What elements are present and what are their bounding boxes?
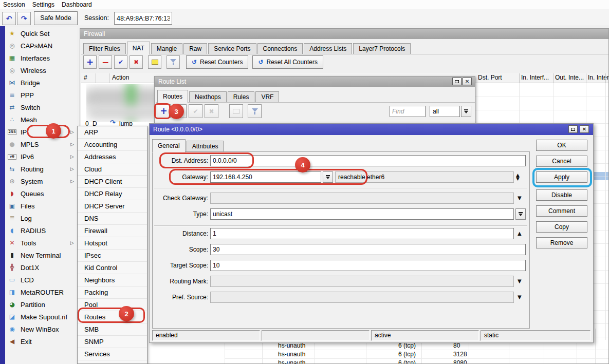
distance-input[interactable]	[210, 228, 514, 239]
sidebar-item-make-supout-rif[interactable]: ◪Make Supout.rif	[5, 311, 77, 323]
ip-submenu-item-hotspot[interactable]: Hotspot	[78, 237, 147, 250]
dst-address-input[interactable]	[210, 155, 526, 166]
sidebar-item-partition[interactable]: ◕Partition	[5, 298, 77, 311]
ip-submenu-item-dhcp-client[interactable]: DHCP Client	[78, 176, 147, 188]
sidebar-item-queues[interactable]: ◗Queues	[5, 187, 77, 200]
routing-mark-select[interactable]	[210, 276, 514, 287]
filter-scope-select[interactable]: all	[430, 106, 460, 117]
sidebar-item-radius[interactable]: ◖RADIUS	[5, 224, 77, 237]
sidebar-item-mesh[interactable]: ∴Mesh	[5, 113, 77, 126]
gateway-input[interactable]	[210, 171, 321, 183]
close-icon[interactable]: ✕	[580, 125, 589, 133]
sidebar-item-mpls[interactable]: ●MPLS▷	[5, 138, 77, 150]
ip-submenu-item-dhcp-server[interactable]: DHCP Server	[78, 200, 147, 213]
ip-submenu-item-accounting[interactable]: Accounting	[78, 139, 147, 151]
filter-button[interactable]	[167, 55, 180, 69]
ip-submenu-item-pool[interactable]: Pool	[78, 299, 147, 311]
disable-button[interactable]: Disable	[536, 189, 587, 201]
firewall-tab-service-ports[interactable]: Service Ports	[208, 43, 256, 54]
route-dialog-title[interactable]: Route <0.0.0.0/0>	[150, 124, 593, 135]
sidebar-item-switch[interactable]: ⇄Switch	[5, 101, 77, 113]
route-list-tab-rules[interactable]: Rules	[228, 91, 255, 103]
undo-button[interactable]: ↶	[2, 12, 16, 25]
comment-button[interactable]: Comment	[536, 205, 587, 217]
column-header-in-interf[interactable]: In. Interf...	[521, 73, 549, 83]
sidebar-item-new-winbox[interactable]: ◉New WinBox	[5, 323, 77, 335]
check-gateway-select[interactable]	[210, 193, 514, 204]
column-header-dst-port[interactable]: Dst. Port	[478, 73, 502, 83]
enable-rule-button[interactable]: ✔	[114, 55, 127, 69]
menu-settings[interactable]: Settings	[32, 0, 55, 9]
ok-button[interactable]: OK	[536, 140, 587, 151]
ip-submenu-item-routes[interactable]: Routes	[78, 311, 147, 323]
sidebar-item-lcd[interactable]: ▭LCD	[5, 274, 77, 286]
close-icon[interactable]: ✕	[463, 78, 472, 85]
reset-counters-button[interactable]: ↺Reset Counters	[186, 55, 248, 69]
pref-source-select[interactable]	[210, 292, 514, 303]
route-list-tab-vrf[interactable]: VRF	[255, 91, 279, 103]
ip-submenu-item-smb[interactable]: SMB	[78, 323, 147, 336]
column-header-number[interactable]: #	[84, 73, 87, 83]
sidebar-item-new-terminal[interactable]: ▮New Terminal	[5, 249, 77, 261]
sidebar-item-bridge[interactable]: ⋈Bridge	[5, 76, 77, 89]
type-dropdown-button[interactable]	[515, 208, 526, 220]
column-header-action[interactable]: Action	[112, 73, 129, 83]
sidebar-item-interfaces[interactable]: ▦Interfaces	[5, 52, 77, 64]
route-list-window-title[interactable]: Route List	[155, 76, 475, 87]
route-dialog-tab-general[interactable]: General	[152, 139, 186, 152]
firewall-window-title[interactable]: Firewall	[80, 29, 608, 39]
menu-dashboard[interactable]: Dashboard	[61, 0, 93, 9]
sidebar-item-metarouter[interactable]: ◨MetaROUTER	[5, 286, 77, 298]
chevron-down-icon[interactable]: ▼	[518, 276, 522, 287]
sidebar-item-files[interactable]: ▣Files	[5, 200, 77, 212]
ip-submenu-item-neighbors[interactable]: Neighbors	[78, 274, 147, 286]
comment-rule-button[interactable]	[148, 55, 161, 69]
maximize-button[interactable]	[452, 78, 462, 85]
sidebar-item-quick-set[interactable]: ★Quick Set	[5, 27, 77, 40]
ip-submenu-item-services[interactable]: Services	[78, 348, 147, 360]
firewall-tab-layer7-protocols[interactable]: Layer7 Protocols	[353, 43, 411, 54]
route-list-tab-routes[interactable]: Routes	[157, 90, 188, 103]
sidebar-item-ipv6[interactable]: v6IPv6▷	[5, 150, 77, 163]
firewall-tab-nat[interactable]: NAT	[127, 42, 150, 55]
filter-scope-dropdown-button[interactable]	[461, 106, 471, 117]
sidebar-item-capsman[interactable]: ◎CAPsMAN	[5, 40, 77, 52]
filter-button[interactable]	[248, 104, 262, 118]
route-list-tab-nexthops[interactable]: Nexthops	[189, 91, 227, 103]
ip-submenu-item-snmp[interactable]: SNMP	[78, 336, 147, 348]
firewall-tab-raw[interactable]: Raw	[183, 43, 207, 54]
maximize-button[interactable]	[568, 125, 578, 133]
gateway-dropdown-button[interactable]	[323, 171, 333, 183]
ip-submenu-item-kid-control[interactable]: Kid Control	[78, 262, 147, 274]
menu-session[interactable]: Session	[3, 0, 26, 9]
type-input[interactable]	[210, 208, 514, 220]
comment-route-button[interactable]	[229, 104, 243, 118]
remove-button[interactable]: Remove	[536, 237, 587, 248]
remove-rule-button[interactable]: −	[99, 55, 112, 69]
enable-route-button[interactable]: ✔	[189, 104, 202, 118]
session-input[interactable]	[114, 12, 172, 25]
chevron-up-icon[interactable]: ▲	[518, 228, 522, 239]
firewall-tab-mangle[interactable]: Mangle	[151, 43, 182, 54]
chevron-down-icon[interactable]: ▼	[518, 193, 522, 204]
ip-submenu-item-firewall[interactable]: Firewall	[78, 225, 147, 237]
scope-input[interactable]	[210, 244, 526, 255]
sidebar-item-tools[interactable]: ✕Tools▷	[5, 237, 77, 249]
ip-submenu-item-cloud[interactable]: Cloud	[78, 163, 147, 176]
sidebar-item-ppp[interactable]: ≡PPP	[5, 89, 77, 101]
firewall-tab-connections[interactable]: Connections	[257, 43, 303, 54]
ip-submenu-item-packing[interactable]: Packing	[78, 286, 147, 299]
target-scope-input[interactable]	[210, 260, 526, 271]
chevron-down-icon[interactable]: ▼	[518, 292, 522, 303]
add-rule-button[interactable]: +	[83, 55, 97, 69]
copy-button[interactable]: Copy	[536, 221, 587, 233]
firewall-tab-filter-rules[interactable]: Filter Rules	[83, 43, 126, 54]
safe-mode-button[interactable]: Safe Mode	[34, 11, 78, 25]
sidebar-item-log[interactable]: ≣Log	[5, 212, 77, 224]
gateway-add-remove-spinner[interactable]: ▲▼	[516, 171, 520, 183]
ip-submenu-item-addresses[interactable]: Addresses	[78, 151, 147, 163]
column-header-out-inte[interactable]: Out. Inte...	[555, 73, 584, 83]
ip-submenu-item-dns[interactable]: DNS	[78, 213, 147, 225]
selected-row-highlight[interactable]	[594, 172, 608, 180]
sidebar-item-wireless[interactable]: ◎Wireless	[5, 64, 77, 76]
